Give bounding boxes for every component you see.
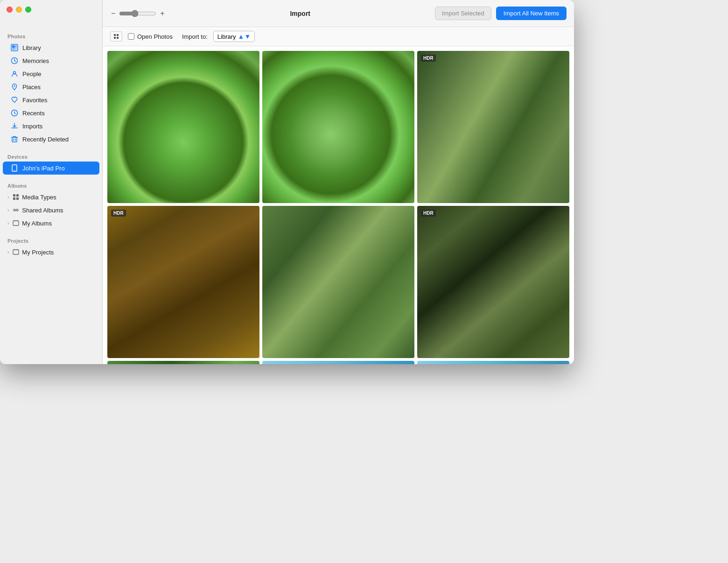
library-option-text: Library (217, 33, 236, 40)
sidebar-item-places[interactable]: Places (3, 80, 99, 93)
places-icon (10, 83, 19, 91)
import-to-text: Import to: (182, 33, 208, 40)
zoom-slider[interactable] (119, 10, 156, 17)
imports-icon (10, 122, 19, 130)
toolbar: − + Import Import Selected Import All Ne… (103, 0, 574, 27)
sidebar-group-my-albums-label: My Albums (22, 220, 52, 227)
open-photos-checkbox-label[interactable]: Open Photos (128, 33, 173, 40)
import-to-select[interactable]: Library ▲▼ (213, 31, 255, 42)
svg-rect-3 (12, 48, 14, 50)
window-controls (7, 7, 31, 13)
svg-rect-0 (11, 44, 18, 51)
my-projects-icon (12, 248, 20, 256)
sidebar-item-favorites-label: Favorites (22, 97, 47, 104)
sidebar-item-recents[interactable]: Recents (3, 106, 99, 120)
close-button[interactable] (7, 7, 13, 13)
media-types-icon (12, 193, 20, 201)
library-icon (10, 43, 19, 52)
open-photos-text: Open Photos (137, 33, 173, 40)
sidebar-group-media-types[interactable]: › Media Types (3, 190, 99, 204)
sidebar-group-my-projects[interactable]: › My Projects (3, 246, 99, 259)
people-icon (10, 70, 19, 78)
photo-cell[interactable] (262, 361, 414, 364)
svg-point-6 (14, 71, 16, 74)
photo-cell[interactable]: HDR (107, 206, 259, 358)
svg-rect-9 (12, 137, 17, 142)
sidebar-item-device[interactable]: John's iPad Pro (3, 162, 99, 175)
svg-point-16 (14, 209, 15, 211)
sidebar-group-my-albums[interactable]: › My Albums (3, 217, 99, 230)
sidebar-item-people[interactable]: People (3, 67, 99, 80)
chevron-right-icon: › (7, 221, 9, 226)
svg-rect-2 (14, 45, 17, 48)
sidebar-item-recently-deleted[interactable]: Recently Deleted (3, 133, 99, 146)
toolbar-actions: Import Selected Import All New Items (435, 7, 567, 20)
photo-cell[interactable]: HDR (417, 206, 569, 358)
sidebar-item-recently-deleted-label: Recently Deleted (22, 136, 69, 143)
maximize-button[interactable] (25, 7, 31, 13)
ipad-icon (10, 164, 19, 172)
hdr-badge: HDR (111, 210, 126, 217)
svg-rect-22 (114, 37, 116, 39)
photos-section-label: Photos (0, 28, 102, 41)
svg-rect-12 (13, 194, 15, 197)
sidebar-item-people-label: People (22, 70, 41, 77)
minimize-button[interactable] (16, 7, 22, 13)
svg-rect-1 (12, 45, 14, 48)
photo-cell[interactable]: HDR (417, 51, 569, 203)
sidebar: Photos Library (0, 0, 103, 364)
import-all-button[interactable]: Import All New Items (496, 7, 567, 20)
sidebar-item-recents-label: Recents (22, 110, 45, 117)
favorites-icon (10, 96, 19, 104)
svg-rect-19 (13, 250, 19, 254)
sidebar-item-favorites[interactable]: Favorites (3, 93, 99, 106)
recents-icon (10, 109, 19, 117)
svg-rect-20 (114, 34, 116, 36)
sidebar-item-imports[interactable]: Imports (3, 120, 99, 133)
memories-icon (10, 56, 19, 65)
photo-cell[interactable] (262, 206, 414, 358)
chevron-right-icon: › (7, 250, 9, 255)
sidebar-item-library-label: Library (22, 44, 41, 51)
my-albums-icon (12, 219, 20, 227)
svg-rect-15 (16, 197, 19, 200)
devices-section-label: Devices (0, 148, 102, 162)
albums-section-label: Albums (0, 177, 102, 190)
svg-point-17 (16, 209, 18, 211)
sidebar-group-shared-albums[interactable]: › Shared Albums (3, 204, 99, 217)
photo-grid-inner: HDR HDR HDR (107, 51, 569, 364)
projects-section-label: Projects (0, 232, 102, 246)
open-photos-checkbox[interactable] (128, 33, 134, 40)
photo-grid: HDR HDR HDR (103, 46, 574, 364)
zoom-controls: − + (110, 9, 166, 18)
grid-view-button[interactable] (110, 31, 122, 42)
toolbar-center: Import (170, 10, 430, 17)
svg-rect-23 (117, 37, 119, 39)
shared-albums-icon (12, 206, 20, 214)
import-bar: Open Photos Import to: Library ▲▼ (103, 27, 574, 46)
photo-cell[interactable] (417, 361, 569, 364)
svg-rect-4 (14, 48, 17, 50)
sidebar-group-media-types-label: Media Types (22, 194, 56, 201)
main-content: − + Import Import Selected Import All Ne… (103, 0, 574, 364)
photo-cell[interactable] (107, 361, 259, 364)
import-selected-button[interactable]: Import Selected (435, 7, 491, 20)
sidebar-item-library[interactable]: Library (3, 41, 99, 54)
svg-rect-18 (13, 221, 19, 225)
chevron-right-icon: › (7, 195, 9, 200)
dropdown-arrow-icon: ▲▼ (238, 33, 251, 40)
sidebar-item-imports-label: Imports (22, 123, 42, 130)
zoom-in-button[interactable]: + (159, 9, 165, 18)
sidebar-item-memories-label: Memories (22, 57, 49, 64)
hdr-badge: HDR (421, 210, 436, 217)
recently-deleted-icon (10, 135, 19, 143)
svg-rect-13 (16, 194, 19, 197)
zoom-out-button[interactable]: − (110, 9, 116, 18)
sidebar-item-memories[interactable]: Memories (3, 54, 99, 67)
hdr-badge: HDR (421, 55, 436, 62)
sidebar-group-shared-albums-label: Shared Albums (22, 207, 63, 214)
photo-cell[interactable] (107, 51, 259, 203)
photo-cell[interactable] (262, 51, 414, 203)
device-name-label: John's iPad Pro (22, 165, 65, 172)
chevron-right-icon: › (7, 208, 9, 213)
